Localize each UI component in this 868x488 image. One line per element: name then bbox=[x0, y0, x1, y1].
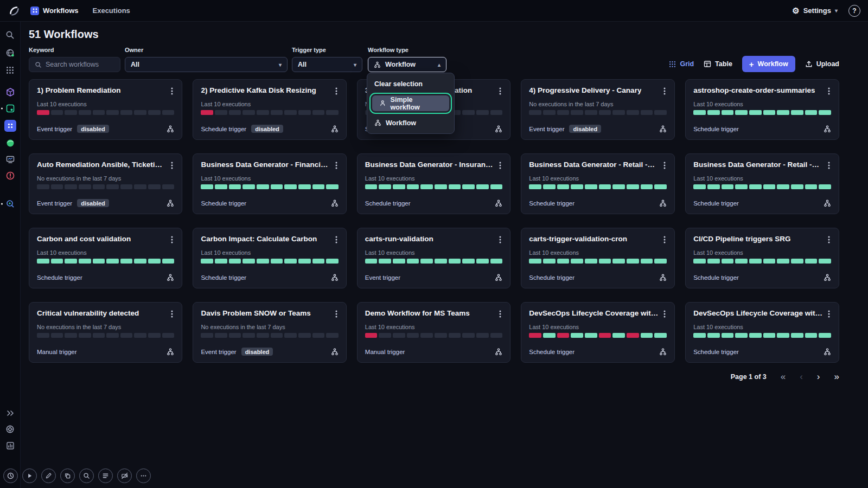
search-icon bbox=[35, 61, 42, 68]
kebab-menu-icon[interactable] bbox=[334, 235, 339, 245]
execution-bar bbox=[215, 333, 227, 338]
new-workflow-button[interactable]: + Workflow bbox=[742, 56, 795, 72]
support-icon[interactable] bbox=[5, 425, 15, 434]
workflow-card[interactable]: Carbon Impact: Calculate Carbon Last 10 … bbox=[193, 228, 346, 288]
workflow-card[interactable]: Business Data Generator - Insuran… Last … bbox=[357, 153, 510, 214]
execution-bar bbox=[693, 333, 706, 338]
kebab-menu-icon[interactable] bbox=[827, 86, 831, 96]
tab-workflows[interactable]: Workflows bbox=[30, 7, 79, 15]
execution-bar bbox=[106, 259, 119, 264]
menu-item-workflow[interactable]: Workflow bbox=[367, 115, 454, 131]
workflow-card[interactable]: 2) Predictive Kafka Disk Resizing Last 1… bbox=[193, 79, 346, 140]
workflow-card[interactable]: DevSecOps Lifecycle Coverage wit… Last 1… bbox=[685, 302, 839, 363]
executions-label: Last 10 executions bbox=[365, 324, 502, 330]
dashboards-app-icon[interactable] bbox=[5, 155, 15, 164]
kebab-menu-icon[interactable] bbox=[170, 235, 174, 245]
screenshot-off-button[interactable] bbox=[117, 468, 132, 483]
settings-menu-button[interactable]: ⚙ Settings ▾ bbox=[792, 6, 838, 16]
next-page-icon[interactable]: › bbox=[817, 372, 820, 381]
workflow-card[interactable]: 1) Problem Remediation Last 10 execution… bbox=[29, 79, 182, 140]
workflow-card[interactable]: DevSecOps Lifecycle Coverage wit… Last 1… bbox=[521, 302, 675, 363]
workflow-card[interactable]: carts-run-validation Last 10 executions … bbox=[357, 228, 510, 288]
kebab-menu-icon[interactable] bbox=[334, 309, 339, 319]
workflow-card[interactable]: CI/CD Pipeline triggers SRG Last 10 exec… bbox=[685, 228, 839, 288]
logs-button[interactable] bbox=[98, 468, 113, 483]
workflow-card[interactable]: Carbon and cost validation Last 10 execu… bbox=[29, 228, 182, 288]
execution-bar bbox=[707, 110, 720, 115]
workflow-card[interactable]: astroshop-create-order-summaries Last 10… bbox=[685, 79, 839, 140]
workflow-card[interactable]: Business Data Generator - Retail -… Last… bbox=[521, 153, 675, 214]
more-button[interactable] bbox=[136, 468, 151, 483]
play-button[interactable] bbox=[22, 468, 37, 483]
owner-select[interactable]: All ▾ bbox=[125, 57, 288, 72]
menu-item-simple-workflow[interactable]: Simple workflow bbox=[372, 95, 449, 111]
workflow-card-title: 2) Predictive Kafka Disk Resizing bbox=[201, 86, 316, 94]
execution-bar bbox=[599, 184, 611, 189]
kebab-menu-icon[interactable] bbox=[498, 235, 502, 245]
table-view-button[interactable]: Table bbox=[704, 60, 732, 68]
upload-button[interactable]: Upload bbox=[805, 60, 839, 68]
kebab-menu-icon[interactable] bbox=[827, 160, 831, 170]
timer-button[interactable] bbox=[3, 468, 18, 483]
menu-item-clear-selection[interactable]: Clear selection bbox=[367, 76, 454, 92]
execution-bar bbox=[543, 259, 556, 264]
kebab-menu-icon[interactable] bbox=[498, 86, 502, 96]
infrastructure-app-icon[interactable] bbox=[5, 87, 15, 97]
execution-bar bbox=[557, 333, 570, 338]
workflow-type-select[interactable]: Workflow ▴ bbox=[368, 57, 446, 72]
kebab-menu-icon[interactable] bbox=[662, 160, 667, 170]
app-launcher-icon[interactable] bbox=[6, 66, 14, 74]
duplicate-button[interactable] bbox=[60, 468, 75, 483]
workflow-card[interactable]: carts-trigger-validation-cron Last 10 ex… bbox=[521, 228, 675, 288]
smartscape-icon[interactable] bbox=[5, 48, 15, 57]
kebab-menu-icon[interactable] bbox=[662, 86, 667, 96]
inspect-button[interactable] bbox=[79, 468, 94, 483]
workflow-card[interactable]: Business Data Generator - Retail -… Last… bbox=[685, 153, 839, 214]
kebab-menu-icon[interactable] bbox=[334, 86, 339, 96]
tab-executions[interactable]: Executions bbox=[93, 7, 130, 15]
workflows-app-active-icon[interactable] bbox=[4, 120, 16, 132]
kebab-menu-icon[interactable] bbox=[662, 235, 667, 245]
last-page-icon[interactable]: » bbox=[834, 372, 839, 381]
execution-bar bbox=[777, 333, 789, 338]
execution-bar bbox=[777, 259, 789, 264]
workflow-card[interactable]: Demo Workflow for MS Teams Last 10 execu… bbox=[357, 302, 510, 363]
trigger-type-select[interactable]: All ▾ bbox=[292, 57, 362, 72]
grid-view-button[interactable]: Grid bbox=[669, 60, 694, 68]
workflow-card[interactable]: Business Data Generator - Financi… Last … bbox=[193, 153, 346, 214]
kebab-menu-icon[interactable] bbox=[170, 309, 174, 319]
help-button[interactable]: ? bbox=[848, 5, 860, 17]
kebab-menu-icon[interactable] bbox=[662, 309, 667, 319]
workflow-card[interactable]: Critical vulnerability detected No execu… bbox=[29, 302, 182, 363]
kebab-menu-icon[interactable] bbox=[170, 86, 174, 96]
execution-bar bbox=[627, 110, 639, 115]
edit-button[interactable] bbox=[41, 468, 56, 483]
workflow-card[interactable]: 4) Progressive Delivery - Canary No exec… bbox=[521, 79, 675, 140]
services-app-icon[interactable] bbox=[5, 138, 15, 148]
workflow-card[interactable]: Davis Problem SNOW or Teams No execution… bbox=[193, 302, 346, 363]
problems-app-icon[interactable] bbox=[5, 171, 15, 181]
dynatrace-logo-icon[interactable] bbox=[8, 4, 21, 17]
execution-bar bbox=[148, 333, 161, 338]
kebab-menu-icon[interactable] bbox=[498, 309, 502, 319]
execution-bar bbox=[51, 259, 63, 264]
workflow-card[interactable]: Auto Remediation Ansible, Ticketi… No ex… bbox=[29, 153, 182, 214]
workflow-card-title: CI/CD Pipeline triggers SRG bbox=[693, 235, 790, 243]
kebab-menu-icon[interactable] bbox=[170, 160, 174, 170]
kebab-menu-icon[interactable] bbox=[827, 235, 831, 245]
trigger-type-label: Schedule trigger bbox=[37, 274, 82, 281]
first-page-icon[interactable]: « bbox=[781, 372, 786, 381]
notebooks-app-icon[interactable] bbox=[5, 104, 15, 113]
insights-icon[interactable] bbox=[6, 441, 15, 450]
owner-value: All bbox=[131, 61, 139, 68]
kebab-menu-icon[interactable] bbox=[334, 160, 339, 170]
execution-bar bbox=[627, 259, 639, 264]
workflow-card-title: Business Data Generator - Retail -… bbox=[529, 160, 655, 169]
query-app-icon[interactable] bbox=[5, 199, 15, 209]
search-input[interactable]: Search workflows bbox=[29, 57, 120, 72]
previous-page-icon[interactable]: ‹ bbox=[800, 372, 803, 381]
kebab-menu-icon[interactable] bbox=[827, 309, 831, 319]
kebab-menu-icon[interactable] bbox=[498, 160, 502, 170]
expand-sidebar-icon[interactable] bbox=[6, 409, 15, 417]
search-icon[interactable] bbox=[5, 30, 15, 40]
